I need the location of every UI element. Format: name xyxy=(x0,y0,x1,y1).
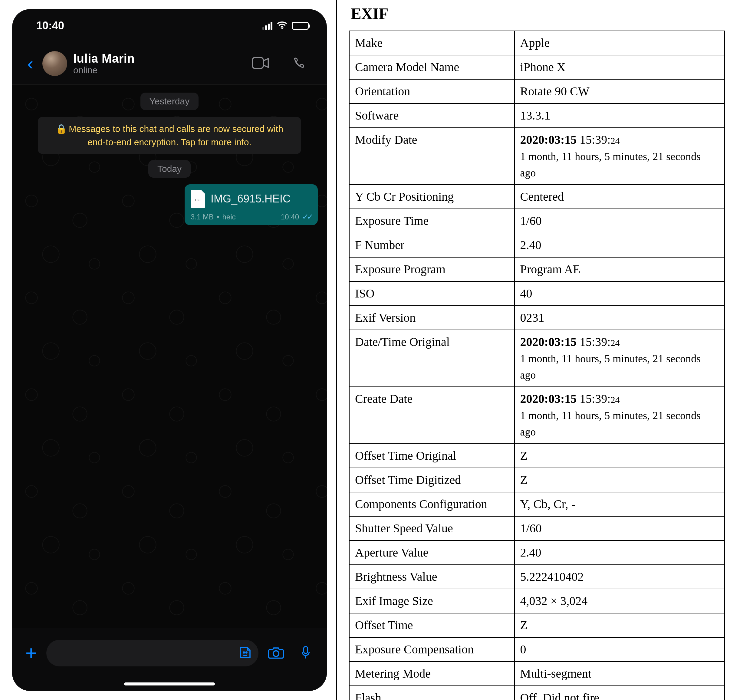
camera-button[interactable] xyxy=(264,645,288,661)
attach-button[interactable]: + xyxy=(21,642,41,664)
table-row: Offset Time DigitizedZ xyxy=(349,468,725,492)
file-ext: heic xyxy=(222,213,235,221)
exif-value: 2.40 xyxy=(515,233,725,257)
exif-key: F Number xyxy=(349,233,515,257)
status-bar: 10:40 xyxy=(12,9,327,42)
table-row: OrientationRotate 90 CW xyxy=(349,79,725,104)
input-bar: + xyxy=(12,630,327,691)
exif-value: iPhone X xyxy=(515,55,725,79)
exif-value: 0 xyxy=(515,637,725,662)
exif-key: Create Date xyxy=(349,387,515,444)
table-row: ISO40 xyxy=(349,281,725,306)
status-right xyxy=(262,19,309,32)
exif-key: Exposure Time xyxy=(349,209,515,233)
exif-value: 2020:03:15 15:39:241 month, 11 hours, 5 … xyxy=(515,387,725,444)
home-indicator[interactable] xyxy=(124,682,215,685)
contact-status: online xyxy=(73,65,238,75)
status-time: 10:40 xyxy=(36,19,64,32)
contact-info[interactable]: Iulia Marin online xyxy=(73,52,238,75)
exif-key: Components Configuration xyxy=(349,492,515,516)
svg-point-4 xyxy=(273,651,279,656)
wifi-icon xyxy=(277,19,287,32)
table-row: Components ConfigurationY, Cb, Cr, - xyxy=(349,492,725,516)
microphone-button[interactable] xyxy=(293,645,318,661)
exif-value: Apple xyxy=(515,31,725,55)
exif-value: Z xyxy=(515,468,725,492)
svg-point-0 xyxy=(281,28,283,29)
exif-value: 4,032 × 3,024 xyxy=(515,589,725,613)
message-meta: 3.1 MB • heic 10:40 ✓✓ xyxy=(191,212,312,222)
sticker-button[interactable] xyxy=(238,645,252,661)
encryption-banner[interactable]: 🔒Messages to this chat and calls are now… xyxy=(38,117,301,154)
exif-key: Orientation xyxy=(349,79,515,104)
svg-rect-1 xyxy=(252,57,263,68)
exif-key: Exposure Compensation xyxy=(349,637,515,662)
exif-key: Offset Time Digitized xyxy=(349,468,515,492)
date-separator-yesterday: Yesterday xyxy=(141,93,198,110)
battery-icon xyxy=(292,22,309,30)
table-row: Brightness Value5.222410402 xyxy=(349,565,725,589)
table-row: F Number2.40 xyxy=(349,233,725,257)
exif-key: Y Cb Cr Positioning xyxy=(349,185,515,209)
table-row: Metering ModeMulti-segment xyxy=(349,662,725,686)
exif-heading: EXIF xyxy=(351,5,725,23)
exif-key: Offset Time xyxy=(349,613,515,637)
table-row: Exif Version0231 xyxy=(349,306,725,330)
chat-header: ‹ Iulia Marin online xyxy=(12,42,327,85)
table-row: Create Date2020:03:15 15:39:241 month, 1… xyxy=(349,387,725,444)
message-input[interactable] xyxy=(46,640,259,666)
exif-value: 1/60 xyxy=(515,516,725,540)
exif-value: Rotate 90 CW xyxy=(515,79,725,104)
file-type-icon: HEI xyxy=(191,190,205,208)
table-row: Offset Time OriginalZ xyxy=(349,444,725,468)
exif-value: Z xyxy=(515,444,725,468)
exif-key: Exif Image Size xyxy=(349,589,515,613)
file-badge-label: HEI xyxy=(191,198,205,202)
exif-value: 2.40 xyxy=(515,540,725,565)
table-row: Camera Model NameiPhone X xyxy=(349,55,725,79)
read-receipt-icon: ✓✓ xyxy=(302,212,312,222)
exif-key: Modify Date xyxy=(349,128,515,185)
exif-key: Software xyxy=(349,104,515,128)
voice-call-button[interactable] xyxy=(283,57,315,70)
table-row: Exposure Time1/60 xyxy=(349,209,725,233)
file-size: 3.1 MB xyxy=(191,213,214,221)
exif-key: Shutter Speed Value xyxy=(349,516,515,540)
exif-value: Z xyxy=(515,613,725,637)
exif-value: 0231 xyxy=(515,306,725,330)
chat-body[interactable]: Yesterday 🔒Messages to this chat and cal… xyxy=(12,85,327,628)
table-row: Shutter Speed Value1/60 xyxy=(349,516,725,540)
outgoing-message-bubble[interactable]: HEI IMG_6915.HEIC 3.1 MB • heic 10:40 ✓✓ xyxy=(185,184,318,225)
exif-key: ISO xyxy=(349,281,515,306)
table-row: Offset TimeZ xyxy=(349,613,725,637)
svg-rect-5 xyxy=(303,647,308,653)
table-row: Exposure Compensation0 xyxy=(349,637,725,662)
video-call-button[interactable] xyxy=(244,57,277,70)
exif-key: Date/Time Original xyxy=(349,330,515,387)
exif-key: Aperture Value xyxy=(349,540,515,565)
table-row: Y Cb Cr PositioningCentered xyxy=(349,185,725,209)
exif-key: Offset Time Original xyxy=(349,444,515,468)
exif-key: Brightness Value xyxy=(349,565,515,589)
back-button[interactable]: ‹ xyxy=(24,53,36,74)
table-row: Aperture Value2.40 xyxy=(349,540,725,565)
exif-value: Multi-segment xyxy=(515,662,725,686)
exif-value: 1/60 xyxy=(515,209,725,233)
contact-avatar[interactable] xyxy=(42,51,67,76)
exif-value: Centered xyxy=(515,185,725,209)
exif-key: Flash xyxy=(349,686,515,700)
exif-value: 2020:03:15 15:39:241 month, 11 hours, 5 … xyxy=(515,128,725,185)
whatsapp-chat-screen: 10:40 ‹ Iulia Marin onl xyxy=(12,9,327,691)
contact-name: Iulia Marin xyxy=(73,52,238,65)
exif-key: Exif Version xyxy=(349,306,515,330)
exif-key: Metering Mode xyxy=(349,662,515,686)
table-row: Software13.3.1 xyxy=(349,104,725,128)
cellular-signal-icon xyxy=(262,22,272,30)
exif-value: Program AE xyxy=(515,257,725,281)
date-separator-today: Today xyxy=(148,160,191,178)
meta-separator: • xyxy=(217,213,219,221)
table-row: Exposure ProgramProgram AE xyxy=(349,257,725,281)
exif-value: 2020:03:15 15:39:241 month, 11 hours, 5 … xyxy=(515,330,725,387)
exif-value: 40 xyxy=(515,281,725,306)
table-row: Exif Image Size4,032 × 3,024 xyxy=(349,589,725,613)
